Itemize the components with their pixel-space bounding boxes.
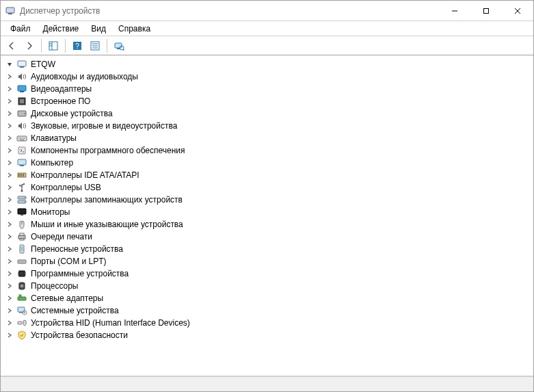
chevron-right-icon[interactable]: [5, 220, 14, 229]
menu-file[interactable]: Файл: [5, 23, 36, 35]
chevron-right-icon[interactable]: [5, 281, 14, 291]
tree-category-row[interactable]: Устройства HID (Human Interface Devices): [2, 317, 532, 329]
svg-rect-20: [18, 61, 26, 66]
chevron-right-icon[interactable]: [5, 318, 14, 328]
svg-rect-40: [23, 174, 24, 177]
tree-category-label: Дисковые устройства: [31, 109, 113, 118]
toolbar-separator: [41, 39, 42, 53]
chevron-right-icon[interactable]: [5, 306, 14, 315]
show-hide-tree-button[interactable]: [45, 38, 62, 53]
tree-category-label: Очереди печати: [31, 232, 92, 241]
chevron-right-icon[interactable]: [5, 232, 14, 241]
chevron-right-icon[interactable]: [5, 195, 14, 205]
chevron-right-icon[interactable]: [5, 293, 14, 303]
tree-category-label: Устройства HID (Human Interface Devices): [31, 318, 190, 328]
scan-hardware-button[interactable]: [111, 38, 127, 53]
chevron-right-icon[interactable]: [5, 121, 14, 131]
tree-category-row[interactable]: Процессоры: [2, 280, 532, 292]
tree-category-row[interactable]: Сетевые адаптеры: [2, 292, 532, 304]
menu-view[interactable]: Вид: [85, 23, 111, 35]
tree-category-label: Аудиовходы и аудиовыходы: [31, 72, 138, 81]
chevron-right-icon[interactable]: [5, 269, 14, 278]
tree-category-label: Мониторы: [31, 207, 70, 217]
svg-rect-49: [18, 209, 26, 214]
nav-forward-button[interactable]: [21, 38, 38, 53]
tree-category-label: Порты (COM и LPT): [31, 257, 107, 266]
audio-icon: [16, 120, 27, 131]
tree-category-label: Устройства безопасности: [31, 330, 128, 340]
chevron-right-icon[interactable]: [5, 170, 14, 180]
computer-icon: [16, 59, 27, 70]
tree-category-row[interactable]: Контроллеры запоминающих устройств: [2, 194, 532, 206]
chevron-right-icon[interactable]: [5, 109, 14, 118]
chevron-right-icon[interactable]: [5, 158, 14, 168]
tree-category-row[interactable]: Очереди печати: [2, 231, 532, 243]
svg-point-47: [24, 197, 25, 198]
device-tree: ETQW Аудиовходы и аудиовыходыВидеоадапте…: [2, 58, 532, 341]
svg-rect-1: [8, 13, 12, 14]
svg-rect-22: [18, 86, 26, 91]
tree-category-label: Сетевые адаптеры: [31, 293, 103, 303]
nav-back-button[interactable]: [3, 38, 20, 53]
chevron-right-icon[interactable]: [5, 96, 14, 106]
tree-category-label: Компоненты программного обеспечения: [31, 146, 185, 155]
chevron-down-icon[interactable]: [5, 60, 14, 69]
tree-category-row[interactable]: Клавиатуры: [2, 132, 532, 144]
chip-icon: [16, 268, 27, 279]
menu-action[interactable]: Действие: [38, 23, 85, 35]
chevron-right-icon[interactable]: [5, 330, 14, 340]
chevron-right-icon[interactable]: [5, 183, 14, 192]
tree-category-row[interactable]: Порты (COM и LPT): [2, 255, 532, 267]
tree-category: Очереди печати: [2, 231, 532, 243]
chevron-right-icon[interactable]: [5, 244, 14, 254]
chevron-right-icon[interactable]: [5, 207, 14, 217]
svg-point-32: [24, 138, 25, 139]
chevron-right-icon[interactable]: [5, 84, 14, 94]
tree-root-row[interactable]: ETQW: [2, 58, 532, 70]
chevron-right-icon[interactable]: [5, 257, 14, 266]
tree-category-row[interactable]: Встроенное ПО: [2, 95, 532, 107]
tree-category: Контроллеры запоминающих устройств: [2, 194, 532, 206]
tree-category-label: Мыши и иные указывающие устройства: [31, 220, 183, 229]
tree-category-row[interactable]: Дисковые устройства: [2, 107, 532, 120]
chevron-right-icon[interactable]: [5, 72, 14, 81]
menu-help[interactable]: Справка: [113, 23, 156, 35]
tree-category-row[interactable]: Устройства безопасности: [2, 329, 532, 341]
tree-category-row[interactable]: Компьютер: [2, 157, 532, 169]
network-icon: [16, 293, 27, 304]
chevron-right-icon[interactable]: [5, 146, 14, 155]
tree-category: Мыши и иные указывающие устройства: [2, 218, 532, 231]
tree-category-row[interactable]: Контроллеры IDE ATA/ATAPI: [2, 169, 532, 181]
tree-category-label: Переносные устройства: [31, 244, 123, 254]
tree-category-row[interactable]: Аудиовходы и аудиовыходы: [2, 70, 532, 83]
tree-category-row[interactable]: Мыши и иные указывающие устройства: [2, 218, 532, 231]
tree-category-label: Встроенное ПО: [31, 96, 90, 106]
toolbar: ?: [1, 36, 533, 55]
tree-category-row[interactable]: Компоненты программного обеспечения: [2, 144, 532, 157]
tree-category: Программные устройства: [2, 267, 532, 280]
help-button[interactable]: ?: [69, 38, 85, 53]
tree-category-row[interactable]: Контроллеры USB: [2, 181, 532, 194]
toolbar-separator: [107, 39, 107, 53]
maximize-button[interactable]: [470, 1, 502, 21]
tree-category-row[interactable]: Звуковые, игровые и видеоустройства: [2, 120, 532, 132]
usb-icon: [16, 182, 27, 193]
tree-category-row[interactable]: Переносные устройства: [2, 243, 532, 255]
svg-point-27: [24, 113, 25, 114]
tree-root: ETQW Аудиовходы и аудиовыходыВидеоадапте…: [2, 58, 532, 341]
tree-category-row[interactable]: Видеоадаптеры: [2, 83, 532, 95]
software-icon: [16, 145, 27, 156]
tree-category-row[interactable]: Мониторы: [2, 206, 532, 218]
device-tree-panel[interactable]: ETQW Аудиовходы и аудиовыходыВидеоадапте…: [1, 55, 533, 376]
tree-category-row[interactable]: Программные устройства: [2, 267, 532, 280]
app-icon: [5, 5, 16, 16]
tree-category-label: Контроллеры IDE ATA/ATAPI: [31, 170, 139, 180]
tree-category: Встроенное ПО: [2, 95, 532, 107]
close-button[interactable]: [502, 1, 533, 21]
properties-button[interactable]: [87, 38, 103, 53]
minimize-button[interactable]: [439, 1, 470, 21]
chevron-right-icon[interactable]: [5, 133, 14, 143]
tree-category-row[interactable]: Системные устройства: [2, 304, 532, 317]
tree-category: Устройства безопасности: [2, 329, 532, 341]
svg-rect-39: [21, 174, 22, 177]
